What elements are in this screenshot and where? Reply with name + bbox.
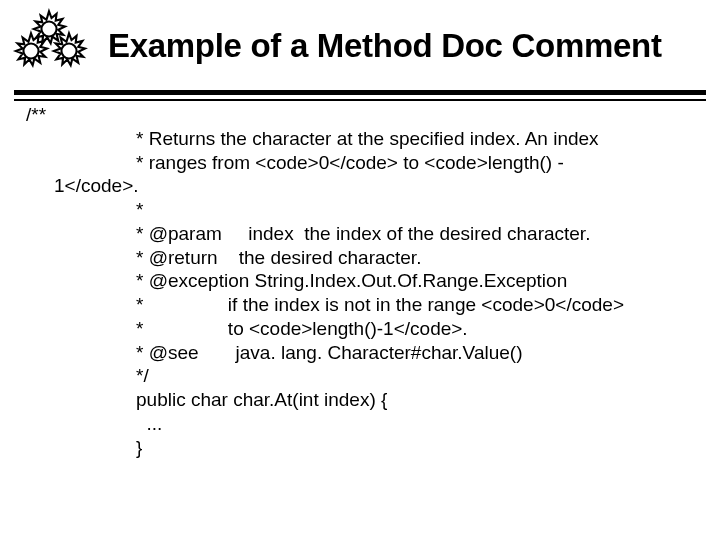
code-line: /** [26,103,720,127]
code-line: * @param index the index of the desired … [26,222,720,246]
code-line: * Returns the character at the specified… [26,127,720,151]
slide-header: Example of a Method Doc Comment [0,0,720,84]
code-line: * ranges from <code>0</code> to <code>le… [26,151,720,175]
slide-title: Example of a Method Doc Comment [98,28,662,64]
code-line: * if the index is not in the range <code… [26,293,720,317]
code-block: /** * Returns the character at the speci… [0,101,720,459]
code-line: * to <code>length()-1</code>. [26,317,720,341]
code-line: * @exception String.Index.Out.Of.Range.E… [26,269,720,293]
code-line: * @see java. lang. Character#char.Value(… [26,341,720,365]
code-line: */ [26,364,720,388]
code-line: public char char.At(int index) { [26,388,720,412]
divider-thick [14,90,706,95]
code-line: ... [26,412,720,436]
gear-cluster-icon [10,8,98,84]
code-line: * @return the desired character. [26,246,720,270]
gear-icon [28,8,70,50]
svg-point-2 [41,21,56,36]
code-line: 1</code>. [26,174,720,198]
code-line: * [26,198,720,222]
code-line: } [26,436,720,460]
